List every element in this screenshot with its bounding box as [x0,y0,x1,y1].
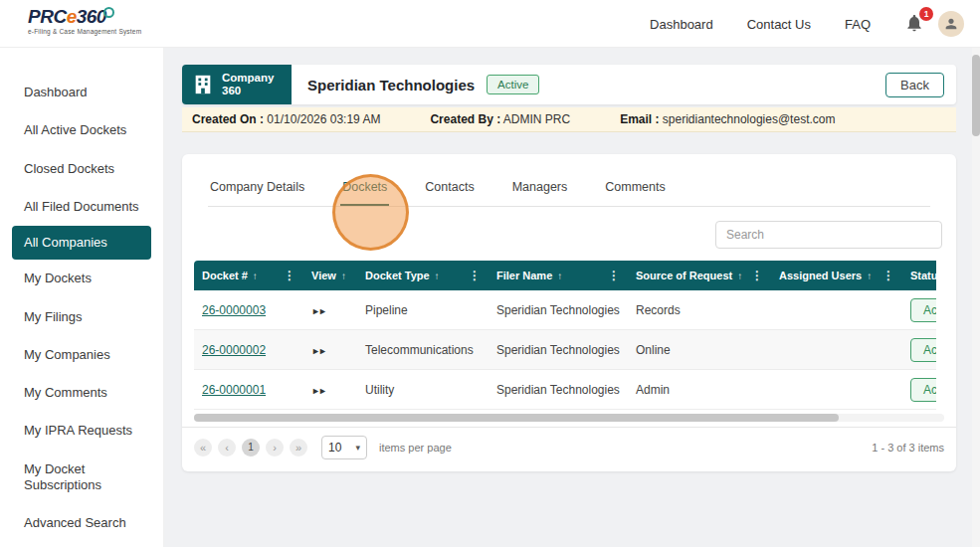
cell-source: Records [628,303,771,317]
column-header-source-of-request[interactable]: Source of Request↑⋮ [628,261,771,290]
column-header-filer-name[interactable]: Filer Name↑⋮ [489,261,628,290]
sort-asc-icon[interactable]: ↑ [253,271,258,281]
sidebar-item-my-docket-subscriptions[interactable]: My Docket Subscriptions [0,451,163,505]
email-label: Email : [620,112,659,126]
company-detail-card: Company Details Dockets Contacts Manager… [182,154,956,471]
cell-source: Admin [628,383,771,397]
sidebar-item-my-dockets[interactable]: My Dockets [0,260,163,297]
table-row: 26-0000001 ►► Utility Speridian Technolo… [194,370,936,410]
sidebar-item-my-filings[interactable]: My Filings [0,298,163,336]
cell-docket: 26-0000002 [194,343,303,357]
page-size-value: 10 [328,441,341,455]
table-row: 26-0000003 ►► Pipeline Speridian Technol… [194,290,936,330]
sort-asc-icon[interactable]: ↑ [557,271,562,281]
nav-dashboard[interactable]: Dashboard [650,17,713,32]
sort-asc-icon[interactable]: ↑ [867,271,872,281]
main-content: Company 360 Speridian Technologies Activ… [164,48,972,547]
nav-contact-us[interactable]: Contact Us [747,17,811,32]
first-page-button[interactable]: « [194,439,212,456]
cell-view: ►► [303,303,357,317]
column-label: Docket # [202,270,248,281]
search-row [196,221,942,249]
scrollbar-thumb[interactable] [972,55,980,136]
tab-comments[interactable]: Comments [603,180,667,206]
cell-status: Active [902,378,936,402]
column-label: View [311,270,336,281]
logo-tagline: e-Filing & Case Management System [28,28,141,35]
company-header-card: Company 360 Speridian Technologies Activ… [182,65,956,104]
column-header-assigned-users[interactable]: Assigned Users↑⋮ [771,261,902,290]
table-horizontal-scrollbar[interactable] [194,414,944,422]
column-menu-icon[interactable]: ⋮ [463,269,481,282]
sidebar-item-advanced-search[interactable]: Advanced Search [0,504,163,542]
docket-link[interactable]: 26-0000002 [202,343,266,357]
notifications-button[interactable]: 1 [904,13,926,35]
column-menu-icon[interactable]: ⋮ [745,269,763,282]
column-label: Docket Type [365,270,430,281]
prev-page-button[interactable]: ‹ [218,439,236,456]
sidebar-item-my-ipra-requests[interactable]: My IPRA Requests [0,412,163,450]
sort-asc-icon[interactable]: ↑ [737,271,742,281]
page-size-select[interactable]: 10 ▾ [321,436,367,459]
view-docket-icon[interactable]: ►► [311,386,325,396]
column-label: Assigned Users [779,270,862,281]
column-header-status[interactable]: Status↑ [902,261,936,290]
company-360-badge: Company 360 [182,65,292,104]
table-row: 26-0000002 ►► Telecommunications Speridi… [194,330,936,370]
column-header-docket[interactable]: Docket #↑⋮ [194,261,303,290]
cell-docket-type: Utility [357,383,489,397]
cell-filer-name: Speridian Technologies [489,383,628,397]
column-menu-icon[interactable]: ⋮ [877,269,894,282]
sort-asc-icon[interactable]: ↑ [341,271,346,281]
column-menu-icon[interactable]: ⋮ [602,269,620,282]
cell-docket-type: Telecommunications [357,343,489,357]
column-header-docket-type[interactable]: Docket Type↑⋮ [357,261,489,290]
created-by-label: Created By : [430,112,500,126]
status-button[interactable]: Active [910,338,936,362]
top-header: PRCe360 e-Filing & Case Management Syste… [0,0,980,48]
view-docket-icon[interactable]: ►► [311,346,325,356]
header-icon-group: 1 [904,11,964,37]
scrollbar-thumb[interactable] [194,414,839,422]
cell-filer-name: Speridian Technologies [489,303,628,317]
next-page-button[interactable]: › [266,439,284,456]
column-label: Filer Name [496,270,552,281]
sidebar-item-all-filed-documents[interactable]: All Filed Documents [0,188,163,226]
created-on-label: Created On : [192,112,264,126]
tab-company-details[interactable]: Company Details [208,180,306,206]
sidebar-item-all-active-dockets[interactable]: All Active Dockets [0,111,163,149]
sort-asc-icon[interactable]: ↑ [435,271,440,281]
logo-e: e [67,6,77,27]
docket-link[interactable]: 26-0000001 [202,383,266,397]
chevron-down-icon: ▾ [355,443,360,453]
company-360-line1: Company [222,72,274,85]
logo-text: PRCe360 [28,7,141,27]
tab-managers[interactable]: Managers [510,180,570,206]
view-docket-icon[interactable]: ►► [311,306,325,316]
sidebar-item-closed-dockets[interactable]: Closed Dockets [0,150,163,188]
nav-faq[interactable]: FAQ [845,17,871,32]
cell-status: Active [902,298,936,322]
created-on: Created On : 01/10/2026 03:19 AM [192,112,380,126]
back-button[interactable]: Back [885,73,944,97]
status-button[interactable]: Active [910,378,936,402]
cell-filer-name: Speridian Technologies [489,343,628,357]
sidebar-item-dashboard[interactable]: Dashboard [0,74,163,111]
column-menu-icon[interactable]: ⋮ [278,269,295,282]
sidebar-item-my-comments[interactable]: My Comments [0,374,163,412]
user-avatar[interactable] [938,11,964,37]
sidebar: Dashboard All Active Dockets Closed Dock… [0,48,164,547]
cell-status: Active [902,338,936,362]
docket-link[interactable]: 26-0000003 [202,303,266,317]
tab-dockets[interactable]: Dockets [340,180,389,206]
search-input[interactable] [715,221,942,249]
sidebar-item-all-companies[interactable]: All Companies [12,226,151,260]
page-vertical-scrollbar[interactable] [972,48,980,547]
page-1-button[interactable]: 1 [242,439,260,456]
column-header-view[interactable]: View↑ [303,261,357,290]
status-button[interactable]: Active [910,298,936,322]
app-logo[interactable]: PRCe360 e-Filing & Case Management Syste… [28,7,141,35]
sidebar-item-my-companies[interactable]: My Companies [0,336,163,374]
tab-contacts[interactable]: Contacts [423,180,476,206]
last-page-button[interactable]: » [290,439,307,456]
